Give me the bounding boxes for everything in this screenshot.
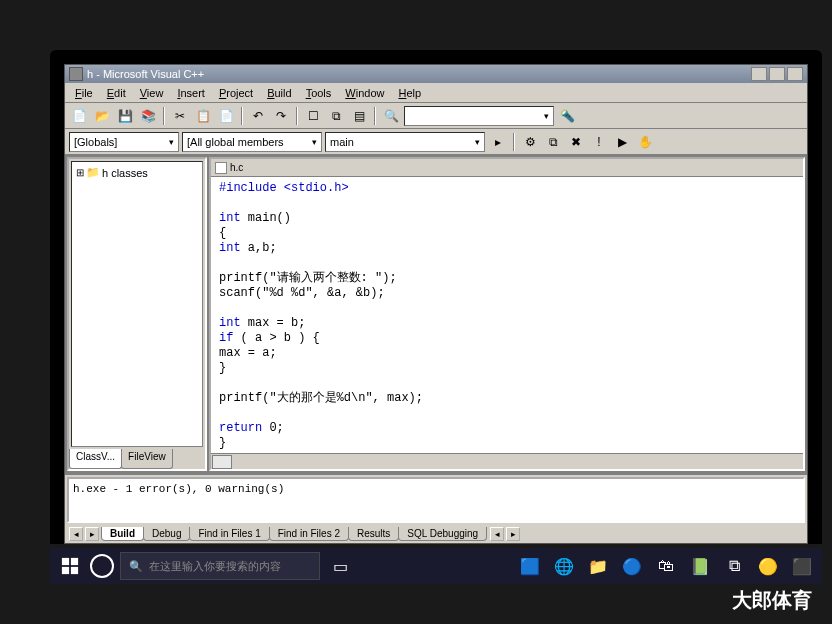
windows-taskbar: 🔍 在这里输入你要搜索的内容 ▭ 🟦 🌐 📁 🔵 🛍 📗 ⧉ 🟡 ⬛	[50, 548, 822, 584]
stop-build-icon[interactable]: ✖	[566, 132, 586, 152]
tree-root-label: h classes	[102, 167, 148, 179]
wizard-toolbar: [Globals]▾ [All global members▾ main▾ ▸ …	[65, 129, 807, 155]
editor-titlebar[interactable]: h.c	[211, 159, 803, 177]
search-placeholder: 在这里输入你要搜索的内容	[149, 559, 281, 574]
outtab-next-icon[interactable]: ▸	[85, 527, 99, 541]
members-value: [All global members	[187, 136, 284, 148]
menu-insert[interactable]: Insert	[171, 85, 211, 101]
outtab-find2[interactable]: Find in Files 2	[269, 527, 349, 541]
maximize-button[interactable]	[769, 67, 785, 81]
go-icon[interactable]: ▸	[488, 132, 508, 152]
find-combo[interactable]: ▾	[404, 106, 554, 126]
outtab-scroll-right-icon[interactable]: ▸	[506, 527, 520, 541]
main-area: 📁 h classes ClassV... FileView h.c #incl…	[65, 155, 807, 473]
workspace-icon[interactable]: ⧉	[326, 106, 346, 126]
code-editor[interactable]: #include <stdio.h> int main() { int a,b;…	[211, 177, 803, 453]
menu-window[interactable]: Window	[339, 85, 390, 101]
tree-root[interactable]: 📁 h classes	[76, 166, 198, 179]
output-text[interactable]: h.exe - 1 error(s), 0 warning(s)	[67, 477, 805, 523]
tab-classview[interactable]: ClassV...	[69, 449, 122, 469]
close-button[interactable]	[787, 67, 803, 81]
editor-scroll[interactable]	[211, 453, 803, 469]
cut-icon[interactable]: ✂	[170, 106, 190, 126]
compile-icon[interactable]: ⚙	[520, 132, 540, 152]
taskbar-vc-icon[interactable]: ⧉	[720, 552, 748, 580]
go-debug-icon[interactable]: ▶	[612, 132, 632, 152]
svg-rect-3	[71, 567, 78, 574]
save-all-icon[interactable]: 📚	[138, 106, 158, 126]
copy-icon[interactable]: 📋	[193, 106, 213, 126]
outtab-find1[interactable]: Find in Files 1	[189, 527, 269, 541]
menu-view[interactable]: View	[134, 85, 170, 101]
outtab-build[interactable]: Build	[101, 527, 144, 541]
undo-icon[interactable]: ↶	[248, 106, 268, 126]
standard-toolbar: 📄 📂 💾 📚 ✂ 📋 📄 ↶ ↷ ☐ ⧉ ▤ 🔍 ▾ 🔦	[65, 103, 807, 129]
cortana-icon[interactable]	[90, 554, 114, 578]
menu-bar: File Edit View Insert Project Build Tool…	[65, 83, 807, 103]
taskbar-app-3[interactable]: 📗	[686, 552, 714, 580]
window-list-icon[interactable]: ☐	[303, 106, 323, 126]
title-bar[interactable]: h - Microsoft Visual C++	[65, 65, 807, 83]
svg-rect-0	[62, 558, 69, 565]
app-icon	[69, 67, 83, 81]
new-file-icon[interactable]: 📄	[69, 106, 89, 126]
taskbar-chrome-icon[interactable]: 🟡	[754, 552, 782, 580]
start-button[interactable]	[56, 552, 84, 580]
windows-logo-icon	[61, 557, 79, 575]
svg-rect-1	[71, 558, 78, 565]
outtab-sql[interactable]: SQL Debugging	[398, 527, 487, 541]
taskbar-explorer-icon[interactable]: 📁	[584, 552, 612, 580]
outtab-results[interactable]: Results	[348, 527, 399, 541]
output-icon[interactable]: ▤	[349, 106, 369, 126]
editor-panel: h.c #include <stdio.h> int main() { int …	[209, 157, 805, 471]
watermark-text: 大郎体育	[732, 587, 812, 614]
taskbar-app-4[interactable]: ⬛	[788, 552, 816, 580]
taskbar-store-icon[interactable]: 🛍	[652, 552, 680, 580]
menu-tools[interactable]: Tools	[300, 85, 338, 101]
minimize-button[interactable]	[751, 67, 767, 81]
outtab-scroll-left-icon[interactable]: ◂	[490, 527, 504, 541]
paste-icon[interactable]: 📄	[216, 106, 236, 126]
output-panel: h.exe - 1 error(s), 0 warning(s) ◂ ▸ Bui…	[65, 473, 807, 543]
workspace-panel: 📁 h classes ClassV... FileView	[67, 157, 207, 471]
taskbar-edge-icon[interactable]: 🌐	[550, 552, 578, 580]
breakpoint-icon[interactable]: ✋	[635, 132, 655, 152]
execute-icon[interactable]: !	[589, 132, 609, 152]
menu-project[interactable]: Project	[213, 85, 259, 101]
scope-combo[interactable]: [Globals]▾	[69, 132, 179, 152]
app-window: h - Microsoft Visual C++ File Edit View …	[64, 64, 808, 544]
menu-build[interactable]: Build	[261, 85, 297, 101]
function-combo[interactable]: main▾	[325, 132, 485, 152]
taskbar-search[interactable]: 🔍 在这里输入你要搜索的内容	[120, 552, 320, 580]
outtab-debug[interactable]: Debug	[143, 527, 190, 541]
scope-value: [Globals]	[74, 136, 117, 148]
taskbar-app-2[interactable]: 🔵	[618, 552, 646, 580]
menu-edit[interactable]: Edit	[101, 85, 132, 101]
task-view-icon[interactable]: ▭	[326, 552, 354, 580]
file-icon	[215, 162, 227, 174]
filename-label: h.c	[230, 162, 243, 173]
taskbar-app-1[interactable]: 🟦	[516, 552, 544, 580]
outtab-prev-icon[interactable]: ◂	[69, 527, 83, 541]
find-icon[interactable]: 🔍	[381, 106, 401, 126]
redo-icon[interactable]: ↷	[271, 106, 291, 126]
hscroll-left-icon[interactable]	[212, 455, 232, 469]
find-next-icon[interactable]: 🔦	[557, 106, 577, 126]
tab-fileview[interactable]: FileView	[121, 449, 173, 469]
menu-file[interactable]: File	[69, 85, 99, 101]
window-title: h - Microsoft Visual C++	[87, 68, 204, 80]
workspace-tabs: ClassV... FileView	[69, 449, 205, 469]
class-tree[interactable]: 📁 h classes	[71, 161, 203, 447]
output-tabs: ◂ ▸ Build Debug Find in Files 1 Find in …	[65, 525, 807, 543]
members-combo[interactable]: [All global members▾	[182, 132, 322, 152]
svg-rect-2	[62, 567, 69, 574]
search-icon: 🔍	[129, 560, 143, 573]
menu-help[interactable]: Help	[392, 85, 427, 101]
function-value: main	[330, 136, 354, 148]
save-icon[interactable]: 💾	[115, 106, 135, 126]
open-file-icon[interactable]: 📂	[92, 106, 112, 126]
build-icon[interactable]: ⧉	[543, 132, 563, 152]
